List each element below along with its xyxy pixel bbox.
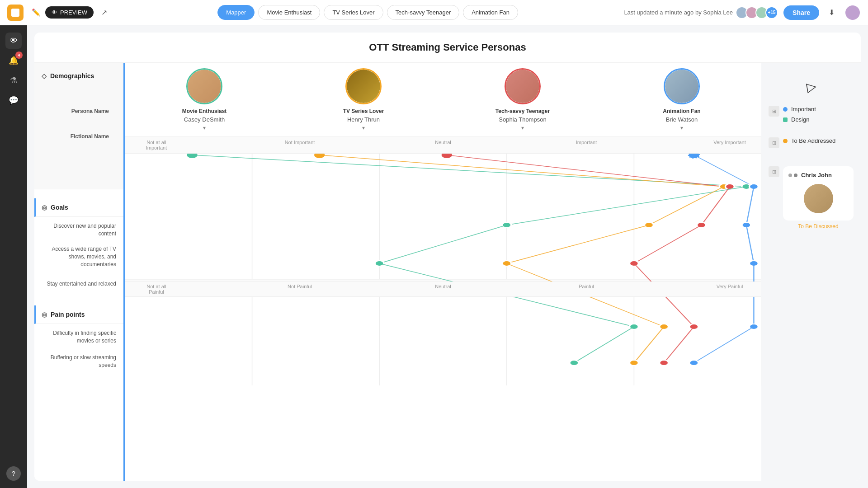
legend-icon-2[interactable]: ⊞ — [769, 137, 779, 148]
edit-icon[interactable]: ✏️ — [29, 5, 43, 20]
legend-addressed-label: To Be Addressed — [791, 137, 835, 144]
legend-important: Important — [783, 106, 816, 113]
person-dots — [788, 174, 797, 177]
legend-important-label: Important — [791, 106, 816, 113]
persona-type-movie-enthusiast: Movie Enthusiast — [182, 108, 227, 114]
notification-badge: 4 — [15, 52, 23, 59]
legend-to-be-addressed: To Be Addressed — [783, 137, 835, 144]
pain-icon: ◎ — [42, 311, 47, 318]
persona-headers: Movie Enthusiast Casey DeSmith ▾ TV Seri… — [125, 63, 761, 137]
persona-avatar-animation-fan — [664, 68, 700, 104]
scale-not-painful: Not Painful — [282, 284, 318, 295]
topbar: ✏️ 👁 PREVIEW ↗ Mapper Movie Enthusiast T… — [0, 0, 868, 25]
sidebar-comments-icon[interactable]: 💬 — [5, 92, 22, 108]
legend-dot-important — [783, 107, 788, 112]
sidebar-help-icon[interactable]: ? — [6, 466, 21, 481]
sidebar-eye-icon[interactable]: 👁 — [5, 33, 22, 49]
pain-points-label: Pain points — [51, 311, 85, 318]
legend-section-importance: Important Design — [783, 106, 816, 123]
scale-very-painful: Very Painful — [712, 284, 748, 295]
app-logo[interactable] — [7, 5, 24, 21]
expand-tv-series-lover[interactable]: ▾ — [362, 125, 365, 131]
cursor-icon: ▷ — [767, 63, 855, 106]
svg-point-22 — [645, 222, 654, 228]
legend-icon-3[interactable]: ⊞ — [769, 166, 779, 177]
tab-movie-enthusiast[interactable]: Movie Enthusiast — [258, 5, 320, 20]
expand-tech-savvy-teenager[interactable]: ▾ — [521, 125, 524, 131]
trend-icon[interactable]: ↗ — [97, 5, 112, 20]
avatar-count: +15 — [765, 6, 778, 19]
persona-name-animation-fan: Brie Watson — [666, 116, 698, 123]
person-card-section: ⊞ Chris John — [769, 166, 854, 230]
persona-col-tv-series-lover: TV Series Lover Henry Thrun ▾ — [284, 63, 443, 136]
svg-point-14 — [719, 184, 728, 189]
expand-movie-enthusiast[interactable]: ▾ — [203, 125, 206, 131]
svg-line-46 — [664, 327, 694, 363]
last-updated-text: Last updated a minute ago by Sophia Lee — [624, 9, 733, 16]
chris-john-card: Chris John — [783, 166, 854, 221]
demographics-icon: ◇ — [42, 72, 47, 80]
fictional-name-label: Fictional Name — [42, 128, 116, 145]
svg-point-51 — [689, 360, 698, 366]
svg-point-23 — [697, 222, 706, 228]
svg-line-26 — [507, 225, 649, 263]
svg-point-40 — [629, 324, 638, 329]
pain-points-header: ◎ Pain points — [34, 305, 123, 324]
persona-col-movie-enthusiast: Movie Enthusiast Casey DeSmith ▾ — [125, 63, 284, 136]
expand-animation-fan[interactable]: ▾ — [680, 125, 683, 131]
sidebar-notifications-icon[interactable]: 🔔 4 — [5, 52, 22, 69]
svg-point-32 — [749, 261, 758, 266]
svg-line-47 — [694, 327, 754, 363]
person-name: Chris John — [801, 172, 832, 178]
svg-point-13 — [742, 184, 751, 189]
legend-dot-design — [783, 117, 788, 122]
legend-design: Design — [783, 116, 816, 123]
svg-point-29 — [375, 261, 384, 266]
goals-label: Goals — [51, 204, 68, 211]
preview-button[interactable]: 👁 PREVIEW — [45, 6, 94, 19]
svg-point-21 — [502, 222, 511, 228]
topbar-right: Last updated a minute ago by Sophia Lee … — [624, 5, 861, 21]
persona-name-label: Persona Name — [42, 103, 116, 119]
persona-type-tv-series-lover: TV Series Lover — [343, 108, 384, 114]
svg-line-18 — [649, 187, 724, 225]
card-title: OTT Streaming Service Personas — [34, 33, 861, 63]
pain-2-label: Buffering or slow streaming speeds — [34, 349, 123, 374]
persona-type-tech-savvy-teenager: Tech-savvy Teenager — [495, 108, 550, 114]
legend-dot-addressed — [783, 139, 788, 143]
eye-icon: 👁 — [52, 9, 57, 16]
tab-tv-series-lover[interactable]: TV Series Lover — [324, 5, 383, 20]
share-button[interactable]: Share — [783, 5, 819, 20]
svg-line-44 — [574, 327, 634, 363]
scale-very-important: Very Important — [712, 140, 748, 150]
tab-tech-savvy-teenager[interactable]: Tech-savvy Teenager — [387, 5, 460, 20]
pain-1-label: Difficulty in finding specific movies or… — [34, 324, 123, 349]
tab-mapper[interactable]: Mapper — [217, 5, 255, 20]
svg-line-20 — [746, 187, 754, 225]
sidebar-filter-icon[interactable]: ⚗ — [5, 72, 22, 89]
persona-table: ◇ Demographics Persona Name Fictional Na… — [34, 63, 861, 481]
svg-point-50 — [660, 360, 669, 366]
svg-line-11 — [447, 155, 724, 187]
persona-col-animation-fan: Animation Fan Brie Watson ▾ — [602, 63, 761, 136]
demographics-header: ◇ Demographics Persona Name Fictional Na… — [34, 63, 123, 189]
goal-2-label: Access a wide range of TV shows, movies,… — [34, 242, 123, 272]
chart-svg — [125, 150, 761, 385]
user-avatar[interactable] — [844, 5, 861, 21]
persona-avatar-tv-series-lover — [345, 68, 382, 104]
svg-line-19 — [701, 187, 730, 225]
svg-point-16 — [749, 184, 758, 189]
person-avatar — [804, 184, 833, 213]
to-be-discussed-label: To Be Discussed — [783, 223, 854, 230]
scale-not-at-all-important: Not at all Important — [138, 140, 175, 150]
download-icon[interactable]: ⬇ — [825, 5, 839, 20]
persona-col-tech-savvy-teenager: Tech-savvy Teenager Sophia Thompson ▾ — [443, 63, 602, 136]
left-sidebar: 👁 🔔 4 ⚗ 💬 ? — [0, 25, 27, 488]
svg-point-41 — [660, 324, 669, 329]
svg-line-10 — [320, 155, 724, 187]
goal-3-label: Stay entertained and relaxed — [34, 272, 123, 296]
legend-section-addressed: To Be Addressed — [783, 137, 835, 144]
legend-icon-1[interactable]: ⊞ — [769, 106, 779, 117]
svg-point-15 — [725, 184, 734, 189]
tab-animation-fan[interactable]: Animation Fan — [463, 5, 518, 20]
